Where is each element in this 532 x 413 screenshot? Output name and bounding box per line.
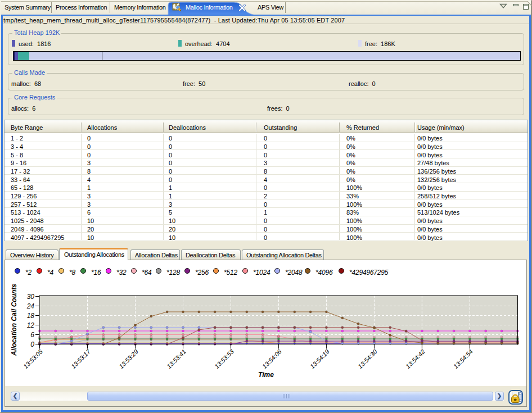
- svg-text:13:53:17: 13:53:17: [70, 348, 92, 370]
- svg-text:Time: Time: [258, 371, 274, 379]
- svg-text:13:54:30: 13:54:30: [357, 348, 378, 370]
- svg-text:24: 24: [26, 302, 35, 310]
- svg-text:30: 30: [27, 293, 35, 301]
- svg-text:13:54:06: 13:54:06: [261, 348, 283, 370]
- svg-text:13:53:41: 13:53:41: [165, 348, 187, 370]
- svg-text:6: 6: [30, 331, 34, 339]
- svg-text:13:54:54: 13:54:54: [452, 348, 474, 370]
- svg-text:13:54:42: 13:54:42: [404, 348, 426, 370]
- svg-text:18: 18: [27, 312, 35, 320]
- svg-text:Allocation Call Counts: Allocation Call Counts: [10, 284, 18, 356]
- svg-text:13:53:05: 13:53:05: [22, 348, 44, 370]
- svg-text:13:53:53: 13:53:53: [213, 348, 235, 370]
- svg-text:12: 12: [27, 321, 35, 329]
- svg-text:13:54:19: 13:54:19: [309, 348, 331, 370]
- svg-text:0: 0: [30, 341, 34, 348]
- svg-text:13:53:29: 13:53:29: [118, 348, 139, 370]
